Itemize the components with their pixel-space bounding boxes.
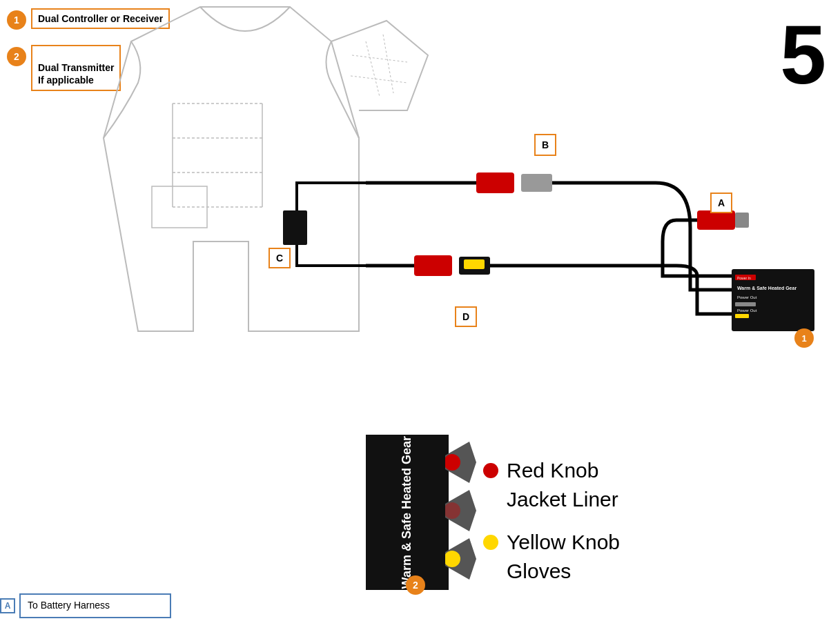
yellow-knob-label: Yellow Knob: [507, 531, 620, 554]
svg-line-9: [352, 55, 407, 62]
wiring-diagram: Power In Warm & Safe Heated Gear Power O…: [0, 0, 840, 359]
svg-text:D: D: [462, 311, 469, 322]
svg-text:Power In: Power In: [737, 276, 751, 280]
device-connectors: [445, 435, 480, 590]
svg-line-10: [351, 76, 407, 83]
jacket-outline: [104, 7, 428, 331]
svg-text:C: C: [276, 253, 283, 264]
svg-text:A: A: [718, 197, 725, 208]
red-knob-icon: [483, 463, 498, 478]
heated-gear-device: Warm & Safe Heated Gear: [366, 435, 449, 590]
legend-item-A: A To Battery Harness: [0, 593, 171, 618]
svg-text:B: B: [542, 139, 549, 150]
device-right-labels: Red Knob Jacket Liner Yellow Knob Gloves: [483, 448, 620, 583]
legend-text-A: To Battery Harness: [19, 593, 171, 618]
jacket-liner-row: Jacket Liner: [507, 488, 620, 511]
svg-text:Warm & Safe Heated Gear: Warm & Safe Heated Gear: [737, 286, 797, 290]
red-knob-label: Red Knob: [507, 459, 598, 482]
svg-rect-35: [283, 210, 307, 245]
svg-rect-25: [697, 210, 735, 230]
badge-blue-A: A: [0, 598, 15, 613]
red-knob-row: Red Knob: [483, 459, 620, 482]
svg-rect-26: [735, 213, 749, 228]
svg-rect-22: [414, 255, 452, 276]
svg-text:1: 1: [801, 333, 806, 344]
svg-rect-15: [735, 302, 756, 306]
svg-rect-20: [476, 172, 514, 193]
svg-rect-21: [521, 174, 552, 192]
svg-line-7: [366, 41, 380, 97]
svg-rect-17: [735, 314, 749, 318]
yellow-knob-icon: [483, 535, 498, 550]
jacket-liner-label: Jacket Liner: [507, 488, 618, 511]
svg-text:Power Out: Power Out: [737, 295, 757, 299]
badge-2-bottom: 2: [406, 575, 425, 595]
svg-rect-24: [464, 259, 485, 269]
svg-line-8: [383, 34, 393, 93]
gloves-row: Gloves: [507, 560, 620, 583]
svg-text:Power Out: Power Out: [737, 308, 757, 313]
yellow-knob-row: Yellow Knob: [483, 531, 620, 554]
gloves-label: Gloves: [507, 560, 571, 583]
device-label: Warm & Safe Heated Gear: [399, 436, 415, 589]
